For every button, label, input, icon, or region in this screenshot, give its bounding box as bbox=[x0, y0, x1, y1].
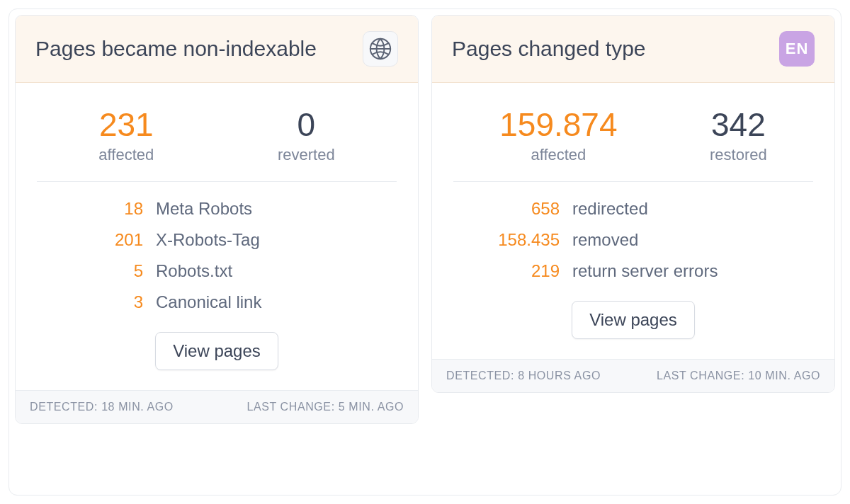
breakdown-list: 658 redirected 158.435 removed 219 retur… bbox=[453, 199, 813, 281]
footer-detected: Detected: 8 hours ago bbox=[446, 370, 601, 382]
list-item: 5 Robots.txt bbox=[37, 261, 397, 281]
stat-label: reverted bbox=[278, 146, 335, 164]
footer-last-change: Last change: 5 min. ago bbox=[246, 401, 404, 413]
list-item: 158.435 removed bbox=[453, 230, 813, 250]
divider bbox=[453, 181, 813, 182]
card-non-indexable: Pages became non-indexable 231 affected bbox=[15, 15, 419, 424]
globe-icon bbox=[363, 31, 398, 67]
card-header: Pages changed type EN bbox=[432, 16, 834, 83]
list-item: 658 redirected bbox=[453, 199, 813, 219]
stat-value: 231 bbox=[98, 107, 154, 143]
card-header: Pages became non-indexable bbox=[16, 16, 418, 83]
stat-label: affected bbox=[98, 146, 154, 164]
breakdown-count: 658 bbox=[453, 199, 560, 219]
card-changed-type: Pages changed type EN 159.874 affected 3… bbox=[431, 15, 835, 393]
view-pages-button[interactable]: View pages bbox=[155, 332, 278, 370]
breakdown-count: 158.435 bbox=[453, 230, 560, 250]
button-row: View pages bbox=[453, 301, 813, 339]
divider bbox=[37, 181, 397, 182]
card-body: 159.874 affected 342 restored 658 redire… bbox=[432, 83, 834, 359]
breakdown-label: return server errors bbox=[572, 261, 718, 281]
list-item: 219 return server errors bbox=[453, 261, 813, 281]
breakdown-label: Canonical link bbox=[156, 292, 261, 312]
stat-value: 0 bbox=[278, 107, 335, 143]
footer-detected: Detected: 18 min. ago bbox=[30, 401, 174, 413]
card-title: Pages became non-indexable bbox=[35, 35, 317, 62]
breakdown-label: redirected bbox=[572, 199, 648, 219]
list-item: 3 Canonical link bbox=[37, 292, 397, 312]
breakdown-count: 219 bbox=[453, 261, 560, 281]
button-row: View pages bbox=[37, 332, 397, 370]
breakdown-count: 3 bbox=[37, 292, 143, 312]
card-footer: Detected: 8 hours ago Last change: 10 mi… bbox=[432, 359, 834, 392]
breakdown-count: 201 bbox=[37, 230, 143, 250]
language-badge: EN bbox=[779, 31, 815, 67]
breakdown-label: removed bbox=[572, 230, 638, 250]
breakdown-count: 18 bbox=[37, 199, 143, 219]
breakdown-label: Meta Robots bbox=[156, 199, 252, 219]
card-footer: Detected: 18 min. ago Last change: 5 min… bbox=[16, 390, 418, 423]
stat-affected: 159.874 affected bbox=[499, 107, 617, 164]
card-title: Pages changed type bbox=[452, 35, 646, 62]
breakdown-label: X-Robots-Tag bbox=[156, 230, 260, 250]
stats-row: 231 affected 0 reverted bbox=[37, 100, 397, 181]
list-item: 201 X-Robots-Tag bbox=[37, 230, 397, 250]
stat-restored: 342 restored bbox=[710, 107, 767, 164]
stat-label: restored bbox=[710, 146, 767, 164]
stat-affected: 231 affected bbox=[98, 107, 154, 164]
cards-container: Pages became non-indexable 231 affected bbox=[8, 8, 842, 496]
stat-label: affected bbox=[499, 146, 617, 164]
stat-value: 342 bbox=[710, 107, 767, 143]
breakdown-count: 5 bbox=[37, 261, 143, 281]
list-item: 18 Meta Robots bbox=[37, 199, 397, 219]
stat-reverted: 0 reverted bbox=[278, 107, 335, 164]
footer-last-change: Last change: 10 min. ago bbox=[657, 370, 820, 382]
stats-row: 159.874 affected 342 restored bbox=[453, 100, 813, 181]
card-body: 231 affected 0 reverted 18 Meta Robots 2… bbox=[16, 83, 418, 390]
view-pages-button[interactable]: View pages bbox=[572, 301, 695, 339]
breakdown-list: 18 Meta Robots 201 X-Robots-Tag 5 Robots… bbox=[37, 199, 397, 312]
breakdown-label: Robots.txt bbox=[156, 261, 232, 281]
stat-value: 159.874 bbox=[499, 107, 617, 143]
